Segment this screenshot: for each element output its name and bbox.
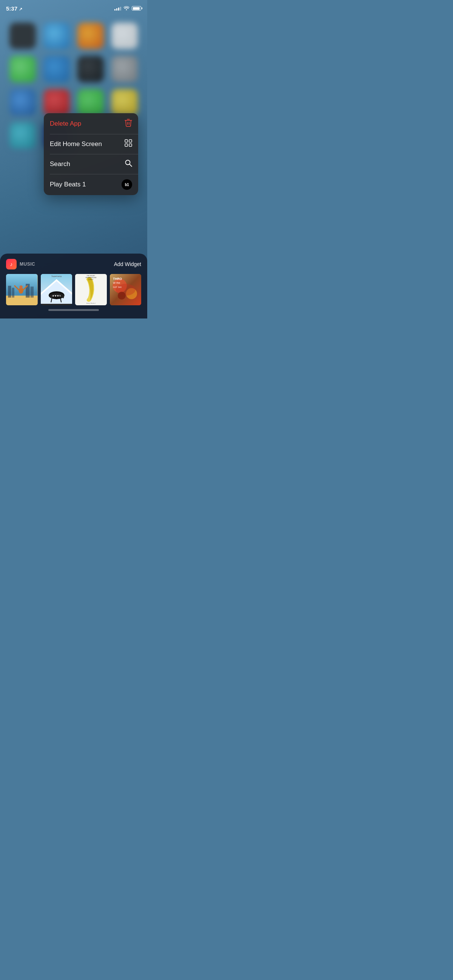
- delete-app-menu-item[interactable]: Delete App: [44, 113, 138, 134]
- app-slot-1: [9, 23, 36, 49]
- status-right-icons: [114, 6, 141, 11]
- edit-home-screen-label: Edit Home Screen: [50, 140, 102, 148]
- widget-app-name: MUSIC: [20, 261, 35, 267]
- signal-bar-1: [114, 9, 115, 11]
- beats1-icon: b1: [121, 179, 132, 190]
- trash-icon: [124, 118, 132, 129]
- app-slot-9: [9, 89, 36, 116]
- context-menu: Delete App Edit Home Screen Search: [44, 113, 138, 195]
- app-icon-5: [10, 56, 36, 82]
- signal-bars: [114, 6, 121, 11]
- play-beats1-menu-item[interactable]: Play Beats 1 b1: [44, 174, 138, 195]
- app-icon-7: [77, 56, 104, 82]
- battery-fill: [133, 7, 140, 10]
- app-slot-13: [9, 122, 36, 149]
- beats1-logo: b1: [121, 179, 132, 190]
- svg-text:THE VELVET: THE VELVET: [87, 275, 96, 277]
- app-icon-10: [43, 89, 70, 116]
- app-icon-11: [77, 89, 104, 116]
- location-icon: [19, 5, 22, 12]
- delete-app-label: Delete App: [50, 120, 81, 127]
- album-cover-1[interactable]: [6, 274, 38, 305]
- svg-rect-1: [129, 140, 132, 142]
- svg-point-4: [126, 161, 130, 165]
- svg-point-36: [117, 291, 125, 299]
- wifi-icon: [123, 6, 129, 11]
- app-icon-3: [77, 23, 104, 49]
- svg-text:& NICO: & NICO: [88, 279, 93, 280]
- app-slot-5: [9, 56, 36, 82]
- svg-rect-9: [12, 288, 14, 298]
- music-app-icon: ♪: [6, 259, 17, 269]
- svg-line-5: [130, 164, 132, 167]
- signal-bar-3: [118, 8, 119, 11]
- svg-rect-2: [125, 144, 128, 146]
- battery-icon: [132, 6, 141, 11]
- edit-home-screen-menu-item[interactable]: Edit Home Screen: [44, 134, 138, 154]
- svg-rect-24: [58, 295, 59, 298]
- svg-rect-8: [8, 286, 11, 298]
- app-icon-2: [43, 23, 70, 49]
- app-icon-9: [10, 89, 36, 116]
- svg-rect-11: [30, 286, 33, 298]
- add-widget-button[interactable]: Add Widget: [114, 261, 141, 267]
- app-slot-7: [77, 56, 104, 82]
- search-menu-item[interactable]: Search: [44, 154, 138, 174]
- signal-bar-2: [116, 8, 117, 11]
- search-label: Search: [50, 161, 70, 168]
- album-cover-4[interactable]: THRO W the FAT SKI: [110, 274, 142, 305]
- svg-text:THRO: THRO: [113, 277, 122, 280]
- album-grid: Supertramp: [6, 274, 141, 305]
- signal-bar-4: [120, 7, 121, 11]
- app-icon-12: [112, 89, 138, 116]
- svg-text:Supertramp: Supertramp: [51, 275, 62, 277]
- widget-header-left: ♪ MUSIC: [6, 259, 35, 269]
- app-slot-4: [111, 23, 138, 49]
- svg-rect-22: [54, 295, 55, 298]
- svg-text:FAT SKI: FAT SKI: [113, 285, 121, 288]
- svg-rect-0: [125, 140, 128, 142]
- app-slot-10: [43, 89, 70, 116]
- app-icon-13: [10, 122, 36, 149]
- search-icon: [124, 159, 132, 169]
- app-slot-8: [111, 56, 138, 82]
- status-time: 5:37: [6, 5, 22, 12]
- app-slot-3: [77, 23, 104, 49]
- app-slot-2: [43, 23, 70, 49]
- svg-rect-3: [129, 144, 132, 146]
- svg-text:W the: W the: [113, 281, 120, 285]
- album-cover-2[interactable]: Supertramp: [41, 274, 72, 305]
- app-icon-6: [43, 56, 70, 82]
- app-slot-6: [43, 56, 70, 82]
- home-indicator: [48, 309, 99, 311]
- album-cover-3[interactable]: Andy Warhol THE VELVET UNDERGROUND & NIC…: [75, 274, 107, 305]
- widget-header: ♪ MUSIC Add Widget: [6, 259, 141, 269]
- app-icon-4: [112, 23, 138, 49]
- grid-icon: [124, 139, 132, 149]
- svg-rect-23: [56, 295, 57, 298]
- svg-point-13: [19, 285, 22, 288]
- play-beats1-label: Play Beats 1: [50, 181, 86, 188]
- app-icon-8: [112, 56, 138, 82]
- music-widget: ♪ MUSIC Add Widget: [0, 254, 147, 319]
- app-icon-1: [10, 23, 36, 49]
- svg-text:Andy Warhol: Andy Warhol: [86, 302, 96, 304]
- app-slot-12: [111, 89, 138, 116]
- app-slot-11: [77, 89, 104, 116]
- time-display: 5:37: [6, 5, 18, 12]
- status-bar: 5:37: [0, 0, 147, 17]
- svg-text:UNDERGROUND: UNDERGROUND: [85, 277, 96, 278]
